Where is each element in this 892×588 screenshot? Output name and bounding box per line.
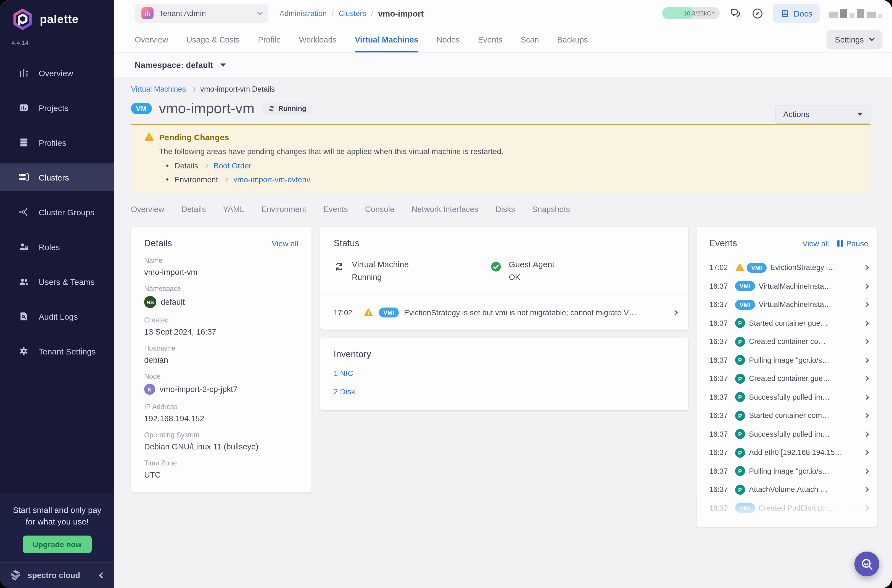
- inventory-link-1-nic[interactable]: 1 NIC: [333, 369, 675, 378]
- search-fab[interactable]: [854, 552, 879, 576]
- event-row[interactable]: 16:37PAdd eth0 [192.168.194.15…: [709, 443, 868, 462]
- status-item-virtual-machine: Virtual MachineRunning: [333, 260, 491, 282]
- tab-overview[interactable]: Overview: [135, 27, 168, 52]
- tenant-selector[interactable]: Tenant Admin: [135, 4, 269, 22]
- event-row[interactable]: 17:02VMIEvictionStrategy i…: [709, 258, 868, 277]
- sidebar-item-clusters[interactable]: Clusters: [0, 164, 114, 191]
- detail-field-value: vmo-import-vm: [144, 268, 298, 277]
- sidebar-item-audit-logs[interactable]: Audit Logs: [0, 303, 114, 330]
- tab-usage-costs[interactable]: Usage & Costs: [186, 27, 240, 52]
- docs-button[interactable]: Docs: [773, 4, 820, 22]
- status-event-row[interactable]: 17:02 VMI EvictionStrategy is set but vm…: [320, 296, 688, 330]
- breadcrumb-link-administration[interactable]: Administration: [279, 9, 327, 17]
- pending-changes-banner: Actions Pending Changes The following ar…: [131, 124, 871, 193]
- tab-virtual-machines[interactable]: Virtual Machines: [355, 27, 418, 52]
- event-time: 16:37: [709, 430, 731, 438]
- caret-down-icon[interactable]: [220, 63, 225, 66]
- cards-row: Details View all Namevmo-import-vmNamesp…: [131, 227, 879, 527]
- tab-profile[interactable]: Profile: [258, 27, 281, 52]
- tab-workloads[interactable]: Workloads: [299, 27, 336, 52]
- inventory-link-2-disk[interactable]: 2 Disk: [333, 387, 675, 396]
- tab-backups[interactable]: Backups: [557, 27, 588, 52]
- event-row[interactable]: 16:37PSuccessfully pulled im…: [709, 388, 868, 406]
- sidebar: palette 4.4.14 OverviewProjectsProfilesC…: [0, 0, 114, 588]
- sidebar-item-roles[interactable]: Roles: [0, 233, 114, 261]
- subtab-snapshots[interactable]: Snapshots: [532, 205, 570, 214]
- event-row[interactable]: 16:37PStarted container com…: [709, 406, 868, 425]
- subtab-network-interfaces[interactable]: Network Interfaces: [411, 205, 478, 214]
- sidebar-item-profiles[interactable]: Profiles: [0, 129, 114, 156]
- warning-icon: [735, 263, 745, 273]
- breadcrumb-link-clusters[interactable]: Clusters: [339, 9, 366, 17]
- event-row[interactable]: 16:37PPulling image "gcr.io/s…: [709, 462, 868, 480]
- pending-changes-title: Pending Changes: [159, 132, 229, 142]
- chat-icon[interactable]: [729, 7, 742, 20]
- subtab-environment[interactable]: Environment: [261, 205, 306, 214]
- detail-field-value: Debian GNU/Linux 11 (bullseye): [144, 442, 298, 451]
- banner-title-row: Pending Changes: [144, 132, 859, 142]
- event-badges: P: [735, 318, 745, 328]
- breadcrumb-virtual-machines-link[interactable]: Virtual Machines: [131, 85, 186, 93]
- spectro-cloud-wordmark: spectro cloud: [28, 571, 95, 580]
- subtab-yaml[interactable]: YAML: [223, 205, 245, 214]
- event-row[interactable]: 16:37PSuccessfully pulled im…: [709, 425, 868, 443]
- chevron-right-icon: [863, 413, 869, 418]
- brand-name: palette: [40, 13, 79, 26]
- event-row[interactable]: 16:37VMICreated PodDisrupti…: [709, 499, 868, 518]
- event-row[interactable]: 16:37PStarted container gue…: [709, 314, 868, 332]
- status-items: Virtual MachineRunningGuest AgentOK: [320, 260, 688, 282]
- event-row[interactable]: 16:37PCreated container co…: [709, 332, 868, 351]
- subtab-details[interactable]: Details: [182, 205, 206, 214]
- subtab-overview[interactable]: Overview: [131, 205, 164, 214]
- tab-scan[interactable]: Scan: [521, 27, 539, 52]
- pending-change-link-vmo-import-vm-ovfenv[interactable]: vmo-import-vm-ovfenv: [233, 175, 311, 184]
- page-title: vmo-import-vm: [159, 100, 255, 117]
- event-text: Successfully pulled im…: [749, 393, 860, 401]
- vm-title-row: VM vmo-import-vm Running: [131, 100, 879, 117]
- tenant-settings-icon: [18, 346, 29, 357]
- settings-button[interactable]: Settings: [827, 30, 882, 49]
- sidebar-collapse-button[interactable]: [100, 573, 104, 578]
- details-view-all-link[interactable]: View all: [272, 239, 298, 248]
- pending-change-link-boot-order[interactable]: Boot Order: [214, 161, 252, 170]
- subtab-console[interactable]: Console: [365, 205, 394, 214]
- middle-column: Status Virtual MachineRunningGuest Agent…: [320, 227, 688, 410]
- bullet-icon: [166, 178, 168, 180]
- check-icon: [491, 261, 502, 272]
- detail-field-text: Debian GNU/Linux 11 (bullseye): [144, 442, 258, 451]
- event-row[interactable]: 16:37PAttachVolume.Attach …: [709, 480, 868, 499]
- event-row[interactable]: 16:37PPulling image "gcr.io/s…: [709, 351, 868, 369]
- topbar: Tenant Admin Administration/Clusters/vmo…: [114, 0, 892, 27]
- namespace-bar: Namespace: default: [114, 53, 892, 77]
- tab-nodes[interactable]: Nodes: [437, 27, 460, 52]
- tab-events[interactable]: Events: [478, 27, 503, 52]
- status-item-text: Virtual MachineRunning: [352, 260, 409, 282]
- event-row[interactable]: 16:37VMIVirtualMachineInsta…: [709, 296, 868, 314]
- subtab-disks[interactable]: Disks: [496, 205, 515, 214]
- details-card-head: Details View all: [144, 238, 298, 249]
- event-row[interactable]: 16:37VMIVirtualMachineInsta…: [709, 277, 868, 296]
- sidebar-item-cluster-groups[interactable]: Cluster Groups: [0, 198, 114, 226]
- events-pause-button[interactable]: Pause: [837, 239, 868, 248]
- sidebar-item-users-teams[interactable]: Users & Teams: [0, 268, 114, 296]
- subtab-events[interactable]: Events: [323, 205, 348, 214]
- sidebar-item-tenant-settings[interactable]: Tenant Settings: [0, 338, 114, 365]
- bullet-icon: [166, 165, 168, 167]
- sidebar-item-overview[interactable]: Overview: [0, 59, 114, 87]
- event-text: Pulling image "gcr.io/s…: [749, 356, 860, 364]
- upgrade-now-button[interactable]: Upgrade now: [23, 536, 92, 553]
- inventory-card: Inventory 1 NIC2 Disk: [320, 338, 688, 410]
- event-badges: P: [735, 337, 745, 347]
- namespace-badge: NS: [144, 296, 156, 308]
- detail-field-label: Created: [144, 316, 298, 324]
- events-view-all-link[interactable]: View all: [802, 239, 829, 248]
- sidebar-item-projects[interactable]: Projects: [0, 94, 114, 122]
- upsell-text: Start small and only pay for what you us…: [8, 504, 107, 528]
- compass-icon[interactable]: [751, 7, 764, 20]
- actions-dropdown[interactable]: Actions: [775, 105, 871, 124]
- event-row[interactable]: 16:37PCreated container gue…: [709, 369, 868, 388]
- pending-changes-list: DetailsBoot OrderEnvironmentvmo-import-v…: [166, 161, 859, 184]
- chevron-right-icon: [204, 164, 208, 168]
- event-badges: VMI: [735, 263, 766, 273]
- detail-field-ip-address: IP Address192.168.194.152: [144, 403, 298, 423]
